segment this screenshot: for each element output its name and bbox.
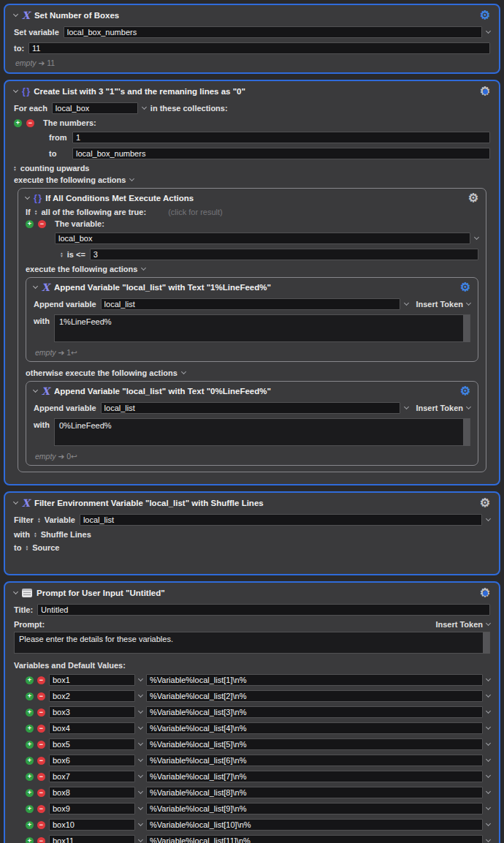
popup-arrows-icon[interactable]: ▴▾ xyxy=(61,252,63,257)
popup-arrows-icon[interactable]: ▴▾ xyxy=(26,545,28,551)
popup-arrows-icon[interactable]: ▴▾ xyxy=(14,165,16,171)
gear-icon[interactable]: ⚙ xyxy=(480,10,490,21)
append-text-input[interactable]: 1%LineFeed% xyxy=(54,314,470,342)
chevron-down-icon[interactable] xyxy=(142,105,147,110)
add-variable-button[interactable]: + xyxy=(26,741,34,749)
gear-icon[interactable]: ⚙ xyxy=(480,587,490,599)
remove-variable-button[interactable]: − xyxy=(37,741,45,749)
chevron-down-icon[interactable] xyxy=(138,773,143,778)
scrollbar-track[interactable] xyxy=(463,419,470,446)
scrollbar-track[interactable] xyxy=(483,632,489,654)
popup-arrows-icon[interactable]: ▴▾ xyxy=(35,209,37,215)
chevron-down-icon[interactable] xyxy=(138,837,143,842)
variable-default-input[interactable] xyxy=(146,722,483,734)
remove-variable-button[interactable]: − xyxy=(37,676,45,684)
filter-target-type[interactable]: Variable xyxy=(45,515,75,524)
variable-name-input[interactable] xyxy=(49,738,135,750)
action-filter-variable[interactable]: X Filter Environment Variable "local_lis… xyxy=(4,491,500,575)
filter-name[interactable]: Shuffle Lines xyxy=(41,530,91,539)
add-variable-button[interactable]: + xyxy=(26,725,34,733)
chevron-down-icon[interactable] xyxy=(404,404,409,409)
variable-default-input[interactable] xyxy=(146,819,483,831)
variable-name-input[interactable] xyxy=(49,803,135,814)
gear-icon[interactable]: ⚙ xyxy=(460,281,470,293)
chevron-down-icon[interactable] xyxy=(486,757,491,762)
chevron-down-icon[interactable] xyxy=(486,725,491,730)
remove-condition-button[interactable]: − xyxy=(38,220,46,228)
action-for-each[interactable]: { } Create List with 3 "1"'s and the rem… xyxy=(4,80,500,485)
remove-variable-button[interactable]: − xyxy=(37,725,45,733)
chevron-down-icon[interactable] xyxy=(141,265,146,271)
variable-default-input[interactable] xyxy=(146,738,483,750)
remove-variable-button[interactable]: − xyxy=(37,692,45,700)
disclosure-chevron-icon[interactable] xyxy=(33,388,38,393)
disclosure-chevron-icon[interactable] xyxy=(13,88,18,93)
scrollbar-track[interactable] xyxy=(463,315,470,342)
chevron-down-icon[interactable] xyxy=(138,821,143,826)
append-variable-input[interactable] xyxy=(101,298,401,310)
chevron-down-icon[interactable] xyxy=(138,805,143,810)
variable-name-input[interactable] xyxy=(64,26,482,38)
variable-default-input[interactable] xyxy=(146,690,483,702)
chevron-down-icon[interactable] xyxy=(138,789,143,794)
prompt-text-input[interactable]: Please enter the details for these varia… xyxy=(14,632,490,654)
chevron-down-icon[interactable] xyxy=(138,741,143,746)
disclosure-chevron-icon[interactable] xyxy=(13,12,18,17)
variable-name-input[interactable] xyxy=(49,819,135,831)
condition-variable-input[interactable] xyxy=(55,233,470,244)
loop-variable-input[interactable] xyxy=(52,102,138,114)
chevron-down-icon[interactable] xyxy=(486,821,491,826)
gear-icon[interactable]: ⚙ xyxy=(460,385,470,397)
disclosure-chevron-icon[interactable] xyxy=(13,499,18,504)
chevron-down-icon[interactable] xyxy=(486,29,491,34)
add-variable-button[interactable]: + xyxy=(26,757,34,765)
chevron-down-icon[interactable] xyxy=(486,708,491,714)
chevron-down-icon[interactable] xyxy=(181,369,186,374)
chevron-down-icon[interactable] xyxy=(404,300,409,306)
action-append-one[interactable]: X Append Variable "local_list" with Text… xyxy=(26,277,478,362)
append-variable-input[interactable] xyxy=(101,402,401,414)
append-text-input[interactable]: 0%LineFeed% xyxy=(54,418,470,446)
action-prompt-user-input[interactable]: Prompt for User Input "Untitled" ⚙ Title… xyxy=(4,581,500,843)
filter-variable-input[interactable] xyxy=(80,514,482,526)
variable-default-input[interactable] xyxy=(146,755,483,766)
insert-token-menu[interactable]: Insert Token xyxy=(416,404,470,412)
disclosure-chevron-icon[interactable] xyxy=(13,589,18,594)
insert-token-menu[interactable]: Insert Token xyxy=(435,620,490,629)
variable-default-input[interactable] xyxy=(146,674,483,686)
remove-variable-button[interactable]: − xyxy=(37,757,45,765)
chevron-down-icon[interactable] xyxy=(138,757,143,762)
chevron-down-icon[interactable] xyxy=(486,805,491,810)
from-input[interactable] xyxy=(72,132,490,143)
remove-variable-button[interactable]: − xyxy=(37,821,45,829)
add-variable-button[interactable]: + xyxy=(26,805,34,813)
add-variable-button[interactable]: + xyxy=(26,708,34,717)
remove-variable-button[interactable]: − xyxy=(37,708,45,717)
remove-variable-button[interactable]: − xyxy=(37,837,45,843)
variable-default-input[interactable] xyxy=(146,706,483,718)
dialog-title-input[interactable] xyxy=(37,604,490,616)
variable-name-input[interactable] xyxy=(49,674,135,686)
variable-value-input[interactable] xyxy=(28,42,490,54)
chevron-down-icon[interactable] xyxy=(474,235,479,240)
chevron-down-icon[interactable] xyxy=(486,789,491,794)
filter-destination[interactable]: Source xyxy=(32,543,59,552)
disclosure-chevron-icon[interactable] xyxy=(33,284,38,289)
counting-direction[interactable]: counting upwards xyxy=(20,164,90,173)
variable-name-input[interactable] xyxy=(49,706,135,718)
variable-name-input[interactable] xyxy=(49,835,135,843)
add-variable-button[interactable]: + xyxy=(26,821,34,829)
action-if-conditions[interactable]: { } If All Conditions Met Execute Action… xyxy=(18,188,486,472)
chevron-down-icon[interactable] xyxy=(486,676,491,681)
variable-default-input[interactable] xyxy=(146,835,483,843)
to-input[interactable] xyxy=(72,148,490,159)
variable-default-input[interactable] xyxy=(146,771,483,782)
add-variable-button[interactable]: + xyxy=(26,773,34,781)
disclosure-chevron-icon[interactable] xyxy=(25,194,30,200)
variable-default-input[interactable] xyxy=(146,803,483,814)
variable-name-input[interactable] xyxy=(49,722,135,734)
remove-variable-button[interactable]: − xyxy=(37,789,45,797)
add-variable-button[interactable]: + xyxy=(26,676,34,684)
chevron-down-icon[interactable] xyxy=(486,837,491,842)
chevron-down-icon[interactable] xyxy=(138,708,143,714)
